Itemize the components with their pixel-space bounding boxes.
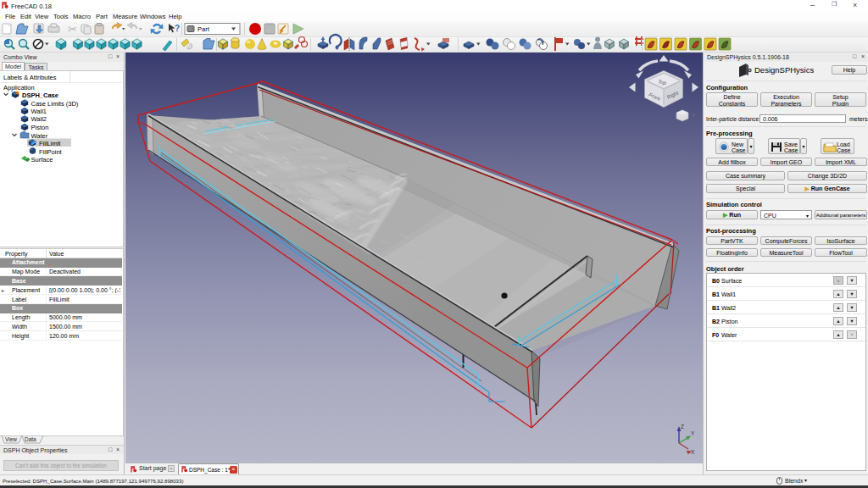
- svg-text:?: ?: [175, 24, 180, 33]
- svg-text:X: X: [691, 449, 695, 455]
- svg-text:✂: ✂: [68, 23, 77, 36]
- svg-text:Part: Part: [198, 25, 210, 33]
- svg-text:Z: Z: [681, 424, 684, 430]
- svg-text:Y: Y: [691, 430, 695, 436]
